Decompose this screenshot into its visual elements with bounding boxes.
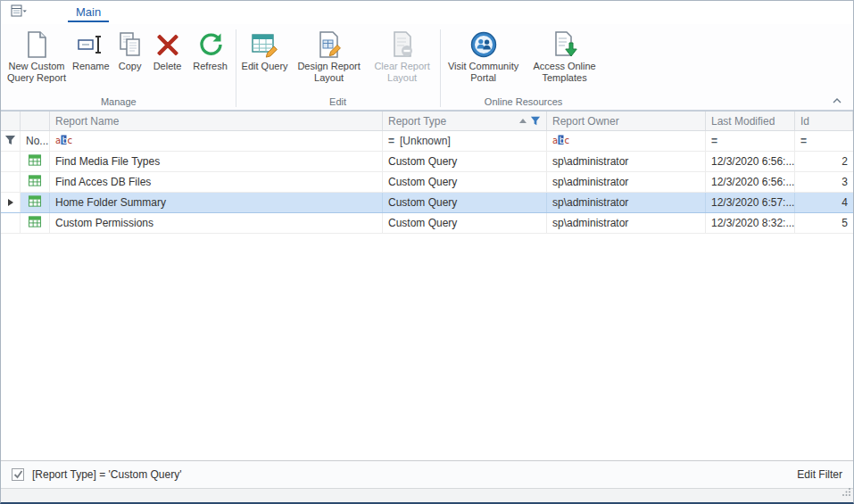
column-header-label: Last Modified — [711, 115, 775, 128]
column-header-report-owner[interactable]: Report Owner — [547, 112, 706, 130]
filter-cell-report-type[interactable]: = [Unknown] — [383, 131, 547, 151]
report-table-icon — [28, 174, 42, 190]
filter-enabled-checkbox[interactable] — [12, 468, 24, 481]
cell-report-type: Custom Query — [383, 213, 547, 233]
column-header-report-name[interactable]: Report Name — [50, 112, 383, 130]
filter-expression: [Report Type] = 'Custom Query' — [32, 468, 181, 481]
cell-report-owner: sp\administrator — [547, 213, 706, 233]
rename-button[interactable]: Rename — [70, 27, 112, 95]
cell-report-name: Find Media File Types — [50, 152, 383, 171]
header-indicator-cell — [1, 112, 21, 130]
access-online-templates-button[interactable]: Access Online Templates — [525, 27, 605, 95]
button-label: Layout — [314, 72, 344, 84]
status-bar — [1, 488, 853, 502]
new-custom-query-report-button[interactable]: New Custom Query Report — [4, 27, 70, 95]
community-portal-icon — [469, 30, 498, 59]
ribbon-group-label-manage: Manage — [3, 95, 235, 110]
button-label: Rename — [72, 61, 110, 72]
funnel-icon — [4, 135, 16, 148]
button-label: New Custom — [9, 61, 65, 72]
design-report-layout-button[interactable]: Design Report Layout — [292, 27, 367, 95]
cell-last-modified: 12/3/2020 6:57:... — [706, 193, 795, 212]
table-row[interactable]: Custom Permissions Custom Query sp\admin… — [1, 213, 853, 234]
visit-community-portal-button[interactable]: Visit Community Portal — [443, 27, 525, 95]
sort-ascending-icon — [519, 119, 526, 123]
ribbon-collapse-button[interactable] — [830, 94, 844, 104]
delete-button[interactable]: Delete — [148, 27, 187, 95]
abc-filter-icon: a b c — [552, 134, 569, 148]
ribbon-tab-bar: Main — [1, 1, 853, 24]
svg-text:a: a — [55, 136, 61, 145]
clear-report-layout-button[interactable]: Clear Report Layout — [367, 27, 438, 95]
app-menu-button[interactable] — [7, 4, 30, 21]
filter-cell-icon-column[interactable]: No... — [21, 131, 50, 151]
tab-main[interactable]: Main — [68, 3, 109, 22]
button-label: Query Report — [7, 72, 66, 84]
cell-report-type: Custom Query — [383, 152, 547, 171]
cell-id: 2 — [795, 152, 853, 171]
cell-report-name: Custom Permissions — [50, 213, 383, 233]
column-header-id[interactable]: Id — [795, 112, 853, 130]
ribbon-group-separator — [236, 29, 236, 107]
row-indicator-cell — [1, 213, 21, 233]
report-cell-icon — [21, 213, 50, 233]
cell-report-type: Custom Query — [383, 172, 547, 192]
cell-report-name: Find Acces DB Files — [50, 172, 383, 192]
rename-icon — [77, 30, 105, 59]
report-cell-icon — [21, 193, 50, 212]
column-header-last-modified[interactable]: Last Modified — [706, 112, 795, 130]
edit-filter-button[interactable]: Edit Filter — [797, 468, 842, 481]
button-label: Edit Query — [242, 61, 288, 72]
cell-last-modified: 12/3/2020 6:56:... — [706, 172, 795, 192]
column-header-report-type[interactable]: Report Type — [383, 112, 547, 130]
button-label: Refresh — [193, 61, 228, 72]
table-row[interactable]: Find Acces DB Files Custom Query sp\admi… — [1, 172, 853, 193]
button-label: Delete — [153, 61, 182, 72]
column-filter-icon[interactable] — [530, 116, 541, 126]
selected-row-arrow-icon — [8, 199, 13, 206]
ribbon: New Custom Query Report Rename — [1, 24, 853, 111]
filter-cell-report-name[interactable]: a b c — [50, 131, 383, 151]
column-header-label: Report Type — [388, 115, 446, 128]
app-window: Main New Custom Query Report — [0, 0, 854, 504]
grid-filter-row: No... a b c = [Unknown] a — [1, 131, 853, 152]
filter-cell-text: No... — [26, 135, 48, 147]
edit-query-icon — [251, 30, 279, 59]
equals-operator-icon: = — [800, 135, 807, 147]
new-document-icon — [22, 30, 51, 59]
ribbon-group-manage: New Custom Query Report Rename — [3, 27, 235, 110]
filter-cell-last-modified[interactable]: = — [706, 131, 795, 151]
cell-report-owner: sp\administrator — [547, 193, 706, 212]
cell-report-owner: sp\administrator — [547, 172, 706, 192]
chevron-up-icon — [833, 91, 842, 107]
equals-operator-icon: = — [388, 135, 394, 147]
filter-cell-id[interactable]: = — [795, 131, 853, 151]
header-icon-column — [21, 112, 50, 130]
filter-cell-report-owner[interactable]: a b c — [547, 131, 706, 151]
cell-report-owner: sp\administrator — [547, 152, 706, 171]
svg-text:c: c — [565, 136, 570, 145]
refresh-button[interactable]: Refresh — [187, 27, 234, 95]
svg-text:a: a — [552, 136, 558, 145]
ribbon-group-edit: Edit Query Design Report Layout — [237, 27, 439, 110]
row-indicator-cell — [1, 172, 21, 192]
resize-grip[interactable] — [842, 484, 851, 500]
clear-report-layout-icon — [388, 30, 417, 59]
grid-header-row: Report Name Report Type Report Owner Las… — [1, 111, 853, 131]
ribbon-group-label-edit: Edit — [237, 95, 439, 110]
table-row-selected[interactable]: Home Folder Summary Custom Query sp\admi… — [1, 193, 853, 213]
refresh-icon — [196, 30, 225, 59]
app-menu-icon — [11, 4, 28, 21]
edit-query-button[interactable]: Edit Query — [238, 27, 292, 95]
copy-button[interactable]: Copy — [112, 27, 148, 95]
cell-id: 4 — [795, 193, 853, 212]
column-header-label: Report Name — [55, 115, 119, 128]
grid-empty-area — [1, 234, 853, 460]
svg-text:c: c — [68, 136, 73, 145]
column-header-label: Id — [800, 115, 809, 128]
row-indicator-cell — [1, 152, 21, 171]
button-label: Design Report — [297, 61, 360, 72]
button-label: Access Online — [533, 61, 595, 72]
online-templates-download-icon — [551, 30, 579, 59]
table-row[interactable]: Find Media File Types Custom Query sp\ad… — [1, 152, 853, 172]
